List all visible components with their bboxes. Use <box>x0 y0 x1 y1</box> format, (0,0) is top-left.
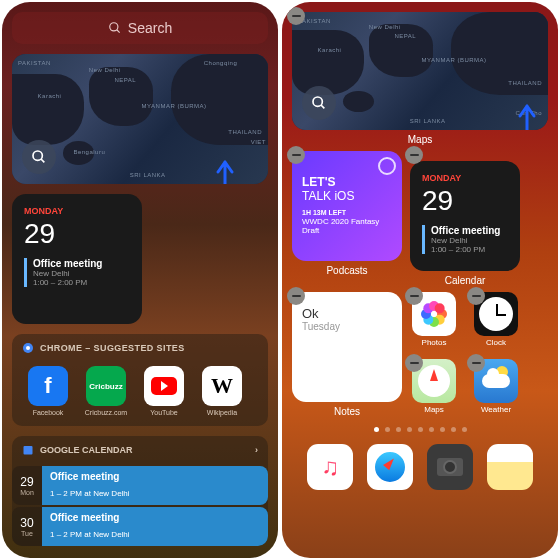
svg-point-2 <box>33 151 42 160</box>
remove-widget-button[interactable] <box>287 146 305 164</box>
chrome-icon <box>22 342 34 354</box>
photos-icon <box>422 302 446 326</box>
youtube-icon <box>151 377 177 395</box>
calendar-widget[interactable]: MONDAY 29 Office meeting New Delhi 1:00 … <box>410 161 520 271</box>
chrome-suggested-sites: CHROME – SUGGESTED SITES fFacebook Cricb… <box>12 334 268 426</box>
svg-line-1 <box>117 30 120 33</box>
podcasts-widget[interactable]: LET'S TALK iOS 1H 13M LEFT WWDC 2020 Fan… <box>292 151 402 261</box>
dock: ♫ <box>292 442 548 492</box>
remove-widget-button[interactable] <box>405 146 423 164</box>
site-facebook[interactable]: fFacebook <box>26 366 70 416</box>
maps-widget[interactable]: PAKISTAN NEPAL MYANMAR (BURMA) THAILAND … <box>12 54 268 184</box>
chevron-right-icon[interactable]: › <box>255 445 258 455</box>
calendar-event: Office meeting New Delhi 1:00 – 2:00 PM <box>422 225 508 254</box>
remove-app-button[interactable] <box>467 287 485 305</box>
search-placeholder: Search <box>128 20 172 36</box>
remove-app-button[interactable] <box>467 354 485 372</box>
arrow-annotation <box>212 160 238 184</box>
search-icon <box>108 21 122 35</box>
calendar-day: MONDAY <box>24 206 130 216</box>
svg-rect-6 <box>24 446 33 455</box>
podcast-icon <box>378 157 396 175</box>
clock-icon <box>479 297 513 331</box>
search-icon <box>31 149 47 165</box>
music-icon: ♫ <box>321 453 339 481</box>
map-search-button[interactable] <box>302 86 336 120</box>
google-calendar-section: GOOGLE CALENDAR › 29Mon Office meeting1 … <box>12 436 268 546</box>
arrow-annotation <box>514 104 540 130</box>
app-camera[interactable] <box>427 444 473 490</box>
gcal-icon <box>22 444 34 456</box>
svg-point-7 <box>313 97 322 106</box>
site-cricbuzz[interactable]: CricbuzzCricbuzz.com <box>84 366 128 416</box>
remove-widget-button[interactable] <box>287 287 305 305</box>
weather-icon <box>482 374 510 388</box>
svg-line-8 <box>321 105 324 108</box>
app-photos[interactable]: Photos <box>410 292 458 351</box>
svg-point-0 <box>110 23 118 31</box>
camera-icon <box>437 458 463 476</box>
remove-widget-button[interactable] <box>287 7 305 25</box>
calendar-date: 29 <box>24 218 130 250</box>
page-indicator[interactable] <box>292 427 548 432</box>
gcal-event[interactable]: 29Mon Office meeting1 – 2 PM at New Delh… <box>12 466 268 505</box>
notes-widget[interactable]: Ok Tuesday <box>292 292 402 402</box>
app-music[interactable]: ♫ <box>307 444 353 490</box>
svg-line-3 <box>41 159 44 162</box>
gcal-event[interactable]: 30Tue Office meeting1 – 2 PM at New Delh… <box>12 507 268 546</box>
calendar-widget[interactable]: MONDAY 29 Office meeting New Delhi 1:00 … <box>12 194 142 324</box>
search-bar[interactable]: Search <box>12 12 268 44</box>
site-youtube[interactable]: YouTube <box>142 366 186 416</box>
app-clock[interactable]: Clock <box>472 292 520 351</box>
today-view-screen: Search PAKISTAN NEPAL MYANMAR (BURMA) TH… <box>2 2 278 558</box>
safari-icon <box>373 450 407 484</box>
map-search-button[interactable] <box>22 140 56 174</box>
app-maps[interactable]: Maps <box>410 359 458 418</box>
svg-point-5 <box>26 346 30 350</box>
app-notes[interactable] <box>487 444 533 490</box>
search-icon <box>311 95 327 111</box>
home-screen-edit: PAKISTAN NEPAL MYANMAR (BURMA) THAILAND … <box>282 2 558 558</box>
app-safari[interactable] <box>367 444 413 490</box>
app-weather[interactable]: Weather <box>472 359 520 418</box>
remove-app-button[interactable] <box>405 287 423 305</box>
calendar-event: Office meeting New Delhi 1:00 – 2:00 PM <box>24 258 130 287</box>
site-wikipedia[interactable]: WWikipedia <box>200 366 244 416</box>
maps-icon <box>418 365 450 397</box>
maps-widget[interactable]: PAKISTAN NEPAL MYANMAR (BURMA) THAILAND … <box>292 12 548 130</box>
remove-app-button[interactable] <box>405 354 423 372</box>
